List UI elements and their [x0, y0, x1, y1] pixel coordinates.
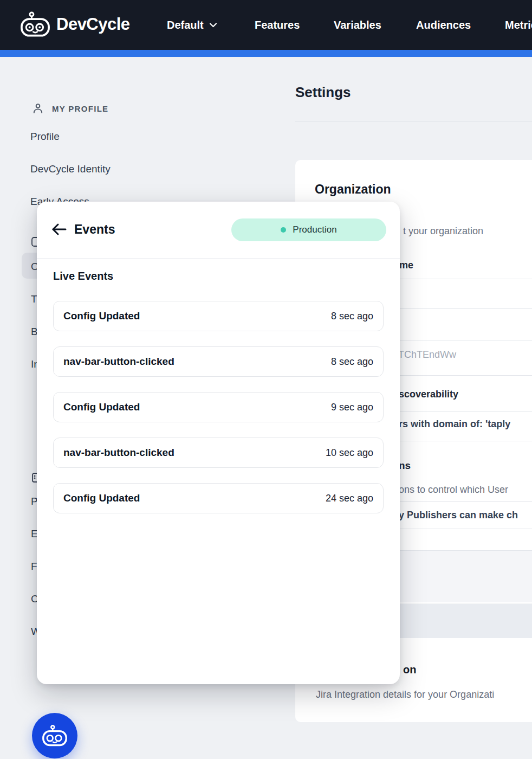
permissions-description: ons to control which User: [399, 484, 508, 496]
accent-bar: [0, 50, 532, 57]
brand-name: DevCycle: [56, 15, 130, 34]
app-root: MY PROFILE ProfileDevCycle IdentityEarly…: [0, 0, 532, 759]
event-row[interactable]: Config Updated 8 sec ago: [53, 301, 384, 331]
event-name: Config Updated: [63, 310, 140, 322]
event-timestamp: 9 sec ago: [331, 402, 373, 413]
brand[interactable]: DevCycle: [20, 11, 130, 37]
nav-item-default-label: Default: [167, 19, 204, 31]
sidebar-item[interactable]: Profile: [30, 120, 111, 153]
dot-icon: [281, 227, 286, 233]
publishers-option-text: y Publishers can make ch: [399, 510, 518, 521]
live-events-title: Live Events: [53, 270, 113, 282]
assistant-fab-button[interactable]: [32, 713, 77, 758]
nav-item-variables[interactable]: Variables: [334, 0, 381, 50]
nav-item-audiences-label: Audiences: [416, 19, 471, 31]
event-row[interactable]: nav-bar-button-clicked 10 sec ago: [53, 438, 384, 468]
organization-card-title: Organization: [315, 182, 391, 197]
event-name: Config Updated: [63, 492, 140, 504]
org-key-value: TChTEndWw: [398, 349, 456, 361]
event-row[interactable]: Config Updated 24 sec ago: [53, 483, 384, 513]
nav-item-default[interactable]: Default: [167, 0, 217, 50]
sidebar-item[interactable]: DevCycle Identity: [30, 153, 111, 185]
nav-item-features[interactable]: Features: [255, 0, 300, 50]
event-name: nav-bar-button-clicked: [63, 447, 174, 459]
nav-item-metrics-label: Metrics: [505, 19, 532, 31]
jira-integration-description: Jira Integration details for your Organi…: [316, 689, 494, 700]
event-timestamp: 10 sec ago: [326, 447, 373, 459]
nav-item-features-label: Features: [255, 19, 300, 31]
event-name: nav-bar-button-clicked: [63, 356, 174, 368]
header-divider: [295, 121, 532, 122]
top-nav: DevCycle Default Features Variables Audi…: [0, 0, 532, 50]
jira-integration-heading: on: [403, 664, 416, 676]
events-modal-header: Events Production: [37, 202, 400, 259]
events-modal: Events Production Live Events Config Upd…: [37, 202, 400, 684]
permissions-heading: ns: [399, 460, 411, 472]
event-row[interactable]: nav-bar-button-clicked 8 sec ago: [53, 346, 384, 377]
back-arrow-icon: [51, 222, 67, 236]
person-icon: [31, 102, 44, 115]
event-timestamp: 8 sec ago: [331, 311, 373, 322]
robot-head-icon: [20, 11, 51, 37]
domain-rule-text: rs with domain of: 'taply: [399, 419, 510, 430]
page-title: Settings: [295, 84, 351, 101]
environment-badge: Production: [231, 218, 386, 241]
event-row[interactable]: Config Updated 9 sec ago: [53, 392, 384, 422]
environment-badge-label: Production: [293, 224, 336, 235]
sidebar-section-my-profile: MY PROFILE: [31, 102, 108, 115]
discoverability-heading: scoverability: [399, 389, 458, 400]
event-name: Config Updated: [63, 401, 140, 413]
nav-item-audiences[interactable]: Audiences: [416, 0, 471, 50]
org-name-label: me: [399, 260, 413, 271]
events-modal-title: Events: [74, 222, 115, 237]
live-events-list: Config Updated 8 sec ago nav-bar-button-…: [53, 301, 384, 513]
nav-item-variables-label: Variables: [334, 19, 381, 31]
nav-item-metrics[interactable]: Metrics: [505, 0, 532, 50]
back-button[interactable]: [51, 221, 68, 237]
event-timestamp: 24 sec ago: [326, 493, 373, 504]
chevron-down-icon: [209, 22, 217, 28]
robot-head-icon: [42, 724, 68, 747]
event-timestamp: 8 sec ago: [331, 356, 373, 368]
org-about-text: t your organization: [403, 226, 483, 237]
sidebar-section-title: MY PROFILE: [52, 104, 108, 113]
